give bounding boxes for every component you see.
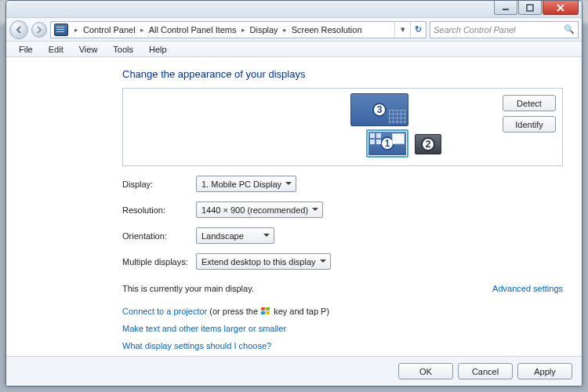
- identify-button[interactable]: Identify: [503, 116, 556, 132]
- breadcrumb-item[interactable]: Control Panel: [82, 25, 137, 34]
- display-arrangement-box[interactable]: 3 1 2 Detect Identify: [122, 88, 563, 166]
- cancel-button[interactable]: Cancel: [458, 363, 513, 379]
- monitor-number: 2: [421, 137, 435, 151]
- main-display-status: This is currently your main display.: [122, 284, 254, 293]
- advanced-settings-link[interactable]: Advanced settings: [492, 284, 563, 293]
- nav-back-button[interactable]: [9, 20, 28, 39]
- detect-button[interactable]: Detect: [503, 95, 556, 111]
- minimize-button[interactable]: [494, 1, 517, 15]
- search-placeholder: Search Control Panel: [434, 25, 516, 34]
- connect-projector-link[interactable]: Connect to a projector: [122, 307, 207, 316]
- dropdown-icon[interactable]: ▾: [394, 22, 410, 38]
- page-title: Change the appearance of your displays: [122, 68, 563, 80]
- monitor-3[interactable]: 3: [350, 93, 408, 126]
- breadcrumb-item[interactable]: Display: [249, 25, 280, 34]
- orientation-label: Orientation:: [122, 231, 196, 241]
- refresh-icon[interactable]: ↻: [410, 22, 426, 38]
- search-input[interactable]: Search Control Panel 🔍: [430, 21, 579, 38]
- projector-hint: (or press the: [207, 307, 260, 316]
- multiple-displays-label: Multiple displays:: [122, 257, 196, 267]
- breadcrumb-item[interactable]: Screen Resolution: [290, 25, 364, 34]
- screen-resolution-window: ▸ Control Panel ▸ All Control Panel Item…: [5, 0, 583, 387]
- display-settings-help-link[interactable]: What display settings should I choose?: [122, 341, 271, 350]
- menu-help[interactable]: Help: [141, 43, 175, 56]
- resolution-label: Resolution:: [122, 205, 196, 215]
- footer: OK Cancel Apply: [6, 356, 582, 386]
- multiple-displays-select[interactable]: Extend desktop to this display: [196, 253, 331, 270]
- chevron-right-icon: ▸: [238, 26, 249, 34]
- windows-key-icon: [260, 307, 271, 315]
- monitor-1-selected[interactable]: 1: [366, 129, 408, 158]
- titlebar: [6, 1, 582, 18]
- menu-tools[interactable]: Tools: [105, 43, 141, 56]
- chevron-right-icon: ▸: [137, 26, 147, 34]
- monitor-grid-icon: [389, 110, 406, 124]
- display-label: Display:: [122, 180, 196, 189]
- menu-view[interactable]: View: [71, 43, 106, 56]
- svg-rect-0: [503, 9, 509, 10]
- orientation-select[interactable]: Landscape: [196, 227, 274, 244]
- menu-edit[interactable]: Edit: [41, 43, 71, 56]
- text-size-link[interactable]: Make text and other items larger or smal…: [122, 324, 286, 333]
- maximize-button[interactable]: [518, 1, 542, 15]
- display-select[interactable]: 1. Mobile PC Display: [196, 176, 296, 192]
- desktop-icons-icon: [370, 133, 381, 144]
- control-panel-icon: [54, 24, 68, 36]
- nav-forward-button[interactable]: [31, 22, 47, 38]
- monitor-2[interactable]: 2: [415, 134, 441, 154]
- apply-button[interactable]: Apply: [517, 363, 572, 379]
- content-area: Change the appearance of your displays 3…: [6, 57, 582, 356]
- ok-button[interactable]: OK: [398, 363, 453, 379]
- menu-file[interactable]: File: [11, 43, 41, 56]
- breadcrumb-item[interactable]: All Control Panel Items: [147, 25, 238, 34]
- resolution-select[interactable]: 1440 × 900 (recommended): [196, 201, 323, 218]
- chevron-right-icon: ▸: [71, 26, 82, 34]
- navbar: ▸ Control Panel ▸ All Control Panel Item…: [6, 18, 582, 42]
- window-icon: [392, 133, 405, 144]
- svg-rect-1: [527, 5, 533, 11]
- close-button[interactable]: [543, 1, 579, 15]
- projector-hint-2: key and tap P): [271, 307, 329, 316]
- address-bar[interactable]: ▸ Control Panel ▸ All Control Panel Item…: [50, 21, 426, 38]
- monitor-number: 3: [372, 103, 387, 117]
- search-icon: 🔍: [564, 24, 575, 34]
- chevron-right-icon: ▸: [280, 26, 290, 34]
- menubar: File Edit View Tools Help: [6, 42, 582, 57]
